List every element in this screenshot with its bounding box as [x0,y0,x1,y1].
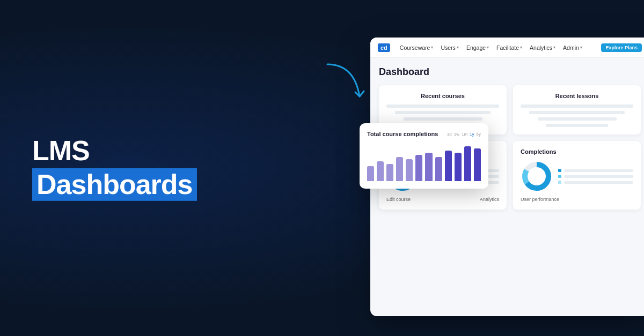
nav-facilitate[interactable]: Facilitate ▾ [496,44,522,51]
line [404,117,482,121]
dashboard-container: Total course completions 1d 1w 1m 1y 6y … [349,16,644,327]
line [386,104,499,108]
nav-facilitate-label: Facilitate [496,44,519,51]
nav-engage[interactable]: Engage ▾ [466,44,489,51]
bar-11 [474,148,481,181]
time-filters: 1d 1w 1m 1y 6y [447,132,481,137]
hazards-links: Edit course Analytics [386,197,499,202]
floating-chart-card: Total course completions 1d 1w 1m 1y 6y [360,123,488,189]
label-line [564,175,633,178]
line [538,117,617,121]
engage-chevron: ▾ [487,45,489,50]
label-line [564,181,633,184]
analytics-link[interactable]: Analytics [480,197,499,202]
nav-users[interactable]: Users ▾ [441,44,458,51]
line [521,104,633,108]
users-chevron: ▾ [457,45,459,50]
dot [558,181,561,184]
nav-admin-label: Admin [563,44,579,51]
line [529,111,625,114]
bar-4 [406,159,413,181]
completions-title: Completions [521,148,633,155]
label-item [558,181,633,184]
completions-card: Completions [513,141,641,210]
bar-3 [396,157,403,181]
filter-1d[interactable]: 1d [447,132,452,137]
edit-course-link[interactable]: Edit course [386,197,411,202]
hero-title-line2: Dashboards [32,168,197,201]
nav-courseware-label: Courseware [400,44,430,51]
dashboard-title: Dashboard [379,66,641,78]
bar-10 [464,146,471,181]
filter-6y[interactable]: 6y [477,132,481,137]
nav-admin[interactable]: Admin ▾ [563,44,582,51]
nav-courseware[interactable]: Courseware ▾ [400,44,434,51]
completions-links: User performance [521,197,633,202]
filter-1y[interactable]: 1y [470,132,474,137]
navbar-logo: ed [378,43,390,52]
completions-donut [521,160,553,192]
curved-arrow [311,54,376,118]
dot [558,175,561,178]
admin-chevron: ▾ [580,45,582,50]
nav-engage-label: Engage [466,44,486,51]
label-item [558,175,633,178]
nav-analytics-label: Analytics [530,44,552,51]
bar-6 [425,153,432,181]
hero-title-line1: LMS [32,135,90,166]
completions-labels [558,169,633,184]
bar-5 [415,155,422,181]
bar-chart [367,144,481,181]
label-item [558,169,633,172]
nav-users-label: Users [441,44,455,51]
completions-content [521,160,633,192]
recent-courses-title: Recent courses [386,93,499,99]
bar-9 [455,153,462,181]
hero-title: LMS Dashboards [32,135,197,200]
courseware-chevron: ▾ [431,45,433,50]
bar-1 [377,161,384,181]
line [395,111,491,114]
recent-lessons-card: Recent lessons [513,85,641,135]
svg-point-7 [530,170,543,183]
hero-section: LMS Dashboards [32,135,197,200]
chart-title: Total course completions [367,131,438,137]
explore-plans-button[interactable]: Explore Plans [601,43,642,52]
recent-lessons-lines [521,104,633,127]
line [546,124,608,127]
facilitate-chevron: ▾ [520,45,522,50]
bar-7 [435,157,442,181]
chart-header: Total course completions 1d 1w 1m 1y 6y [367,131,481,137]
label-line [564,169,633,172]
bar-8 [445,151,452,181]
nav-analytics[interactable]: Analytics ▾ [530,44,555,51]
navbar: ed Courseware ▾ Users ▾ Engage ▾ Facilit… [370,38,644,58]
filter-1m[interactable]: 1m [462,132,467,137]
user-performance-link[interactable]: User performance [521,197,559,202]
analytics-chevron: ▾ [553,45,555,50]
recent-lessons-title: Recent lessons [521,93,633,99]
dot [558,169,561,172]
filter-1w[interactable]: 1w [454,132,459,137]
bar-2 [386,164,393,182]
bar-0 [367,166,374,181]
